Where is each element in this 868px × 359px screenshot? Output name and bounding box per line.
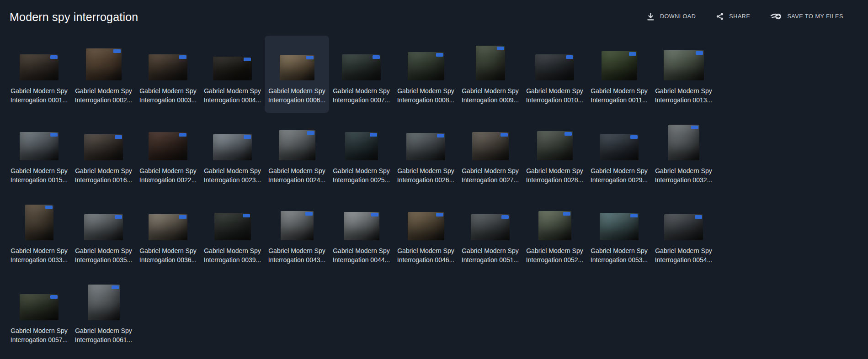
file-thumbnail	[476, 46, 505, 80]
file-tile[interactable]: Gabriel Modern Spy Interrogation 0022...	[136, 116, 200, 193]
file-tile[interactable]: Gabriel Modern Spy Interrogation 0053...	[587, 195, 651, 273]
file-grid: Gabriel Modern Spy Interrogation 0001...…	[7, 36, 716, 353]
file-tile[interactable]: Gabriel Modern Spy Interrogation 0033...	[7, 195, 71, 273]
file-thumbnail	[149, 214, 187, 240]
file-tile[interactable]: Gabriel Modern Spy Interrogation 0009...	[458, 36, 522, 113]
save-to-my-files-button-label: SAVE TO MY FILES	[787, 13, 843, 20]
file-name: Gabriel Modern Spy Interrogation 0011...	[587, 86, 651, 105]
file-tile[interactable]: Gabriel Modern Spy Interrogation 0039...	[200, 195, 265, 273]
file-tile[interactable]: Gabriel Modern Spy Interrogation 0007...	[329, 36, 394, 113]
watermark-badge	[50, 295, 58, 299]
file-tile[interactable]: Gabriel Modern Spy Interrogation 0052...	[522, 195, 587, 273]
save-to-my-files-button[interactable]: SAVE TO MY FILES	[770, 11, 843, 22]
file-name: Gabriel Modern Spy Interrogation 0029...	[587, 166, 651, 185]
file-tile[interactable]: Gabriel Modern Spy Interrogation 0011...	[587, 36, 651, 113]
file-name: Gabriel Modern Spy Interrogation 0008...	[394, 86, 458, 105]
thumbnail-wrap	[71, 41, 136, 80]
file-thumbnail	[84, 214, 123, 240]
file-name: Gabriel Modern Spy Interrogation 0027...	[458, 166, 522, 185]
watermark-badge	[115, 135, 122, 139]
file-thumbnail	[664, 214, 703, 240]
file-tile[interactable]: Gabriel Modern Spy Interrogation 0035...	[71, 195, 136, 273]
file-name: Gabriel Modern Spy Interrogation 0061...	[71, 326, 136, 344]
file-tile[interactable]: Gabriel Modern Spy Interrogation 0002...	[71, 36, 136, 113]
file-thumbnail	[471, 214, 510, 240]
share-button-label: SHARE	[729, 13, 750, 20]
watermark-badge	[243, 214, 250, 217]
file-tile[interactable]: Gabriel Modern Spy Interrogation 0013...	[651, 36, 716, 113]
watermark-badge	[497, 47, 504, 50]
file-thumbnail	[668, 125, 699, 160]
file-tile[interactable]: Gabriel Modern Spy Interrogation 0036...	[136, 195, 200, 273]
file-tile[interactable]: Gabriel Modern Spy Interrogation 0023...	[200, 116, 265, 193]
watermark-badge	[630, 214, 638, 217]
watermark-badge	[50, 55, 58, 59]
file-tile[interactable]: Gabriel Modern Spy Interrogation 0010...	[522, 36, 587, 113]
watermark-badge	[370, 133, 377, 137]
file-tile[interactable]: Gabriel Modern Spy Interrogation 0057...	[7, 275, 71, 353]
file-thumbnail	[25, 205, 53, 240]
file-tile[interactable]: Gabriel Modern Spy Interrogation 0024...	[265, 116, 329, 193]
file-thumbnail	[408, 52, 444, 80]
watermark-badge	[436, 53, 443, 57]
file-tile[interactable]: Gabriel Modern Spy Interrogation 0029...	[587, 116, 651, 193]
thumbnail-wrap	[587, 41, 651, 80]
file-name: Gabriel Modern Spy Interrogation 0001...	[7, 86, 71, 105]
share-button[interactable]: SHARE	[716, 11, 750, 21]
thumbnail-wrap	[7, 121, 71, 160]
file-thumbnail	[664, 50, 704, 80]
file-thumbnail	[214, 213, 251, 240]
file-tile[interactable]: Gabriel Modern Spy Interrogation 0043...	[265, 195, 329, 273]
thumbnail-wrap	[394, 121, 458, 160]
thumbnail-wrap	[394, 201, 458, 240]
file-name: Gabriel Modern Spy Interrogation 0004...	[200, 86, 265, 105]
file-tile[interactable]: Gabriel Modern Spy Interrogation 0008...	[394, 36, 458, 113]
file-tile[interactable]: Gabriel Modern Spy Interrogation 0001...	[7, 36, 71, 113]
file-tile[interactable]: Gabriel Modern Spy Interrogation 0054...	[651, 195, 716, 273]
file-thumbnail	[20, 54, 59, 80]
file-tile[interactable]: Gabriel Modern Spy Interrogation 0015...	[7, 116, 71, 193]
file-tile[interactable]: Gabriel Modern Spy Interrogation 0044...	[329, 195, 394, 273]
file-tile[interactable]: Gabriel Modern Spy Interrogation 0046...	[394, 195, 458, 273]
file-tile[interactable]: Gabriel Modern Spy Interrogation 0006...	[265, 36, 329, 113]
file-name: Gabriel Modern Spy Interrogation 0039...	[200, 246, 265, 264]
file-thumbnail	[538, 211, 571, 240]
watermark-badge	[307, 131, 314, 135]
watermark-badge	[437, 134, 444, 137]
thumbnail-wrap	[71, 281, 136, 320]
file-tile[interactable]: Gabriel Modern Spy Interrogation 0032...	[651, 116, 716, 193]
file-thumbnail	[279, 130, 315, 160]
watermark-badge	[45, 206, 53, 209]
file-tile[interactable]: Gabriel Modern Spy Interrogation 0016...	[71, 116, 136, 193]
watermark-badge	[629, 52, 636, 56]
file-name: Gabriel Modern Spy Interrogation 0003...	[136, 86, 200, 105]
file-thumbnail	[86, 48, 122, 80]
file-thumbnail	[345, 132, 378, 160]
file-tile[interactable]: Gabriel Modern Spy Interrogation 0028...	[522, 116, 587, 193]
thumbnail-wrap	[522, 41, 587, 80]
file-tile[interactable]: Gabriel Modern Spy Interrogation 0061...	[71, 275, 136, 353]
file-name: Gabriel Modern Spy Interrogation 0046...	[394, 246, 458, 264]
file-name: Gabriel Modern Spy Interrogation 0036...	[136, 246, 200, 264]
file-name: Gabriel Modern Spy Interrogation 0010...	[522, 86, 587, 105]
thumbnail-wrap	[458, 201, 522, 240]
thumbnail-wrap	[394, 41, 458, 80]
file-tile[interactable]: Gabriel Modern Spy Interrogation 0004...	[200, 36, 265, 113]
file-tile[interactable]: Gabriel Modern Spy Interrogation 0026...	[394, 116, 458, 193]
file-thumbnail	[84, 134, 123, 160]
file-tile[interactable]: Gabriel Modern Spy Interrogation 0027...	[458, 116, 522, 193]
thumbnail-wrap	[651, 41, 716, 80]
page-title: Modern spy interrogation	[10, 11, 138, 24]
file-thumbnail	[472, 132, 509, 160]
file-tile[interactable]: Gabriel Modern Spy Interrogation 0025...	[329, 116, 394, 193]
file-tile[interactable]: Gabriel Modern Spy Interrogation 0003...	[136, 36, 200, 113]
thumbnail-wrap	[587, 201, 651, 240]
watermark-badge	[564, 132, 572, 136]
file-name: Gabriel Modern Spy Interrogation 0053...	[587, 246, 651, 264]
file-thumbnail	[20, 294, 59, 320]
file-thumbnail	[600, 213, 639, 240]
file-thumbnail	[537, 131, 573, 160]
file-name: Gabriel Modern Spy Interrogation 0032...	[651, 166, 716, 185]
file-tile[interactable]: Gabriel Modern Spy Interrogation 0051...	[458, 195, 522, 273]
download-button[interactable]: DOWNLOAD	[646, 11, 696, 22]
